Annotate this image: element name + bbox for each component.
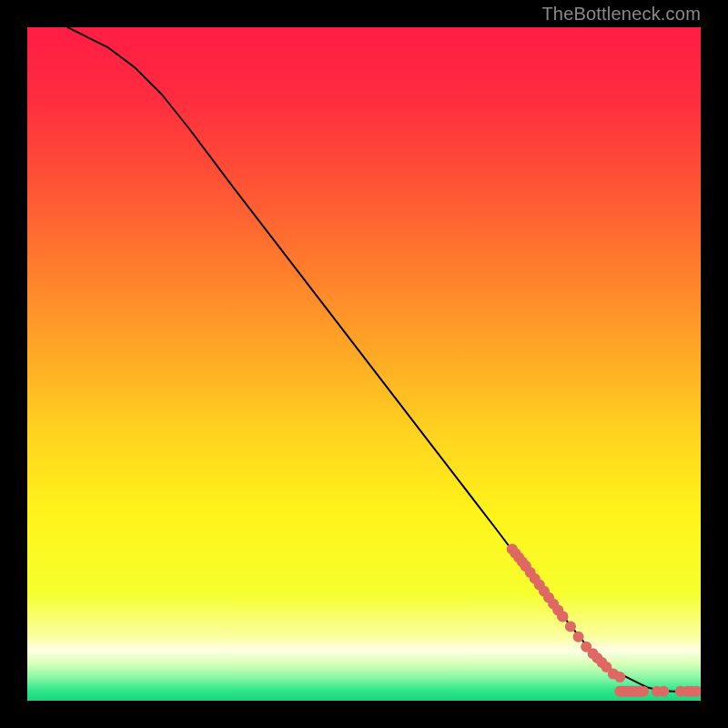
chart-stage: TheBottleneck.com: [0, 0, 728, 728]
data-marker: [658, 686, 669, 697]
data-marker: [565, 622, 576, 632]
data-marker: [557, 612, 568, 622]
data-marker: [573, 632, 584, 642]
watermark-text: TheBottleneck.com: [541, 4, 701, 25]
plot-svg: [27, 27, 701, 701]
gradient-background: [27, 27, 701, 701]
data-marker: [638, 686, 649, 697]
plot-area: [27, 27, 701, 701]
data-marker: [614, 672, 625, 682]
